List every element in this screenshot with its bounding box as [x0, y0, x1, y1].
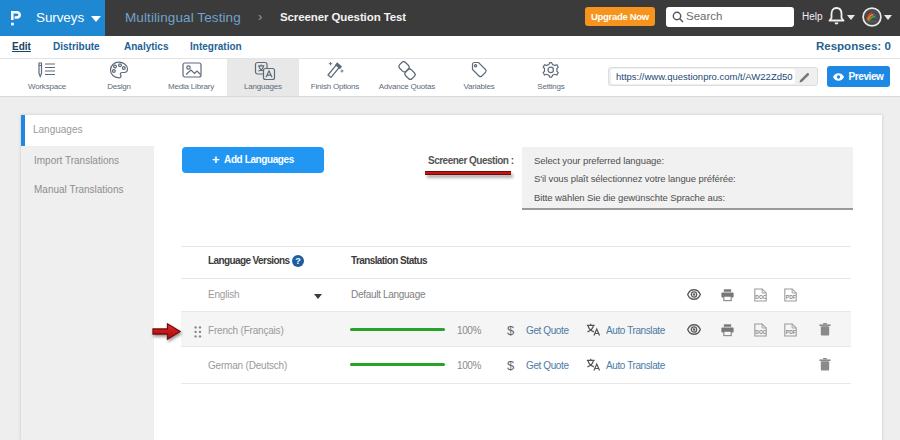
svg-text:DOC: DOC [755, 294, 767, 300]
svg-text:PDF: PDF [786, 329, 796, 335]
svg-text:DOC: DOC [755, 329, 767, 335]
svg-text:PDF: PDF [786, 294, 796, 300]
